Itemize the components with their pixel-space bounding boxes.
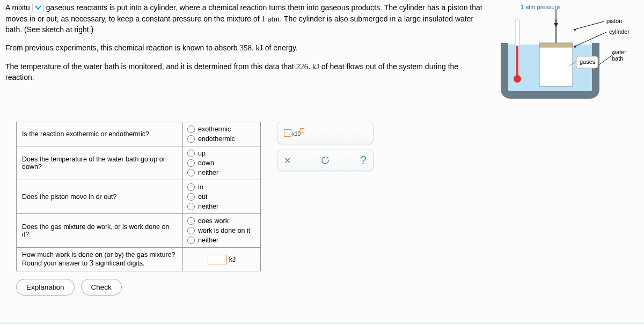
help-button[interactable]: ? — [360, 153, 367, 167]
checkbox-icon — [284, 129, 291, 137]
q2-radio-up[interactable] — [187, 150, 195, 157]
q1-radio-endothermic[interactable] — [187, 135, 195, 143]
problem-paragraph-2: From previous experiments, this chemical… — [5, 42, 483, 54]
q1-text: Is the reaction exothermic or endothermi… — [17, 122, 183, 146]
q4-label-c: neither — [198, 237, 218, 244]
q2-label-b: down — [198, 159, 214, 167]
reset-button[interactable] — [320, 156, 330, 165]
svg-line-7 — [574, 21, 604, 29]
q2-radio-neither[interactable] — [187, 169, 195, 176]
p2-energy: 358. kJ — [240, 43, 263, 52]
p3-heat: 226. kJ — [296, 62, 319, 71]
close-icon: ✕ — [284, 156, 291, 165]
explanation-button[interactable]: Explanation — [16, 279, 75, 296]
svg-point-2 — [514, 75, 521, 83]
q1-label-a: exothermic — [198, 125, 231, 133]
q4-radio-workdone[interactable] — [187, 227, 195, 234]
problem-paragraph-1: A mixtu gaseous reactants is put into a … — [5, 3, 483, 35]
work-input[interactable] — [208, 255, 227, 264]
sketch-label-gases: gases — [580, 58, 595, 65]
p2-text-b: of energy. — [263, 43, 298, 52]
problem-paragraph-3: The temperature of the water bath is mon… — [5, 61, 483, 83]
q1-label-b: endothermic — [198, 135, 235, 143]
clear-button[interactable]: ✕ — [284, 156, 291, 166]
q2-radio-down[interactable] — [187, 159, 195, 167]
svg-rect-4 — [539, 43, 573, 47]
q5-text-b: significant digits. — [93, 260, 144, 267]
svg-rect-3 — [539, 45, 573, 86]
redo-icon — [320, 156, 330, 165]
q3-label-b: out — [198, 193, 207, 201]
q3-radio-out[interactable] — [187, 193, 195, 201]
question-table: Is the reaction exothermic or endothermi… — [16, 122, 261, 271]
footer-divider — [0, 322, 644, 324]
p1-text-a: A mixtu — [5, 3, 30, 12]
q5-text: How much work is done on (or by) the gas… — [17, 248, 183, 271]
exponent-box-icon — [300, 128, 304, 132]
sketch-diagram: 1 atm pressure piston cylinder water bat… — [494, 3, 639, 100]
help-icon: ? — [360, 153, 367, 167]
p2-text-a: From previous experiments, this chemical… — [5, 43, 240, 52]
p1-atm: 1 atm — [262, 14, 280, 23]
q4-label-a: does work — [198, 217, 229, 225]
p3-text-a: The temperature of the water bath is mon… — [5, 62, 296, 71]
sketch-label-cylinder: cylinder — [609, 28, 630, 35]
q4-label-b: work is done on it — [198, 227, 250, 234]
dropdown-toggle-icon[interactable] — [32, 3, 44, 12]
work-unit: kJ — [229, 256, 236, 263]
q4-radio-neither[interactable] — [187, 237, 195, 244]
sketch-label-pressure: 1 atm pressure — [521, 4, 560, 10]
q4-radio-doeswork[interactable] — [187, 217, 195, 225]
q3-radio-in[interactable] — [187, 183, 195, 191]
q1-radio-exothermic[interactable] — [187, 125, 195, 133]
x10-label: x10 — [292, 131, 301, 137]
check-button[interactable]: Check — [81, 279, 122, 296]
action-card: ✕ ? — [277, 150, 374, 171]
sketch-label-waterbath: water bath — [612, 49, 639, 62]
sci-notation-card: x10 — [277, 122, 374, 144]
svg-line-8 — [574, 32, 606, 47]
q3-text: Does the piston move in or out? — [17, 180, 183, 214]
q2-label-a: up — [198, 150, 206, 157]
svg-rect-1 — [516, 46, 518, 77]
sketch-label-piston: piston — [606, 18, 622, 24]
q2-label-c: neither — [198, 169, 218, 176]
q2-text: Does the temperature of the water bath g… — [17, 146, 183, 180]
q3-radio-neither[interactable] — [187, 203, 195, 210]
sci-notation-toggle[interactable]: x10 — [284, 129, 305, 137]
q4-text: Does the gas mixture do work, or is work… — [17, 214, 183, 248]
q3-label-a: in — [198, 183, 203, 191]
q3-label-c: neither — [198, 203, 218, 210]
